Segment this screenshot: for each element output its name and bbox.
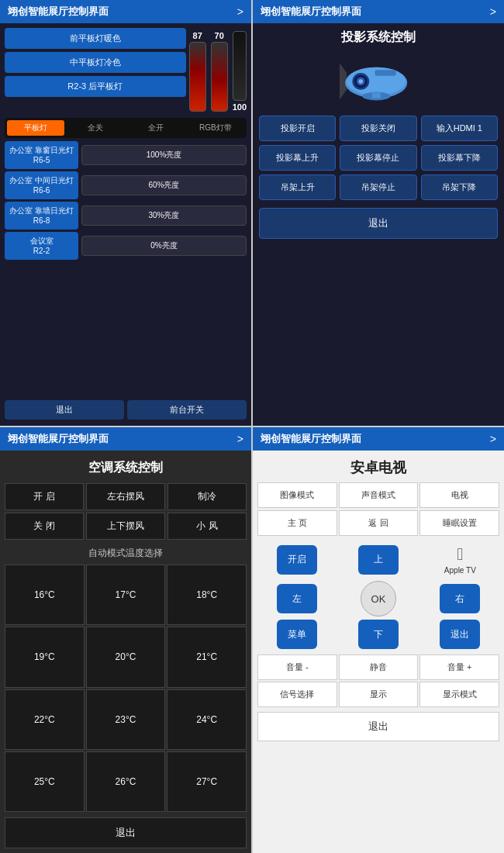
- tv-signal-btn[interactable]: 信号选择: [257, 682, 337, 707]
- ac-title: 空调系统控制: [5, 455, 247, 481]
- ac-exit-btn[interactable]: 退出: [5, 817, 247, 848]
- panel1-front-btn[interactable]: 前台开关: [127, 400, 247, 420]
- slider3-track[interactable]: [233, 31, 247, 101]
- panel3-title-header: 翊创智能展厅控制界面: [8, 432, 109, 446]
- brightness-btn-1[interactable]: 60%亮度: [81, 175, 247, 195]
- tv-menu-btn[interactable]: 菜单: [277, 620, 317, 649]
- apple-tv-label: Apple TV: [444, 566, 476, 575]
- temp-btn-8[interactable]: 24°C: [167, 689, 247, 750]
- brightness-btn-2[interactable]: 30%亮度: [81, 205, 247, 226]
- tv-vol-down-btn[interactable]: 音量 -: [257, 654, 337, 680]
- brightness-section: 办公室 靠窗日光灯R6-5 100%亮度 办公室 中间日光灯R6-6 60%亮度…: [5, 141, 247, 394]
- proj-screen-down-btn[interactable]: 投影幕下降: [421, 145, 498, 171]
- tv-nav-area: 开启 上  Apple TV 左 OK 右 菜单 下 退出: [257, 538, 499, 652]
- temp-btn-2[interactable]: 18°C: [167, 565, 247, 625]
- temp-btn-10[interactable]: 26°C: [86, 751, 166, 812]
- ac-swing-ud-btn[interactable]: 上下摆风: [86, 513, 165, 540]
- slider3: 100: [233, 31, 247, 112]
- panel1-exit-btn[interactable]: 退出: [5, 400, 124, 420]
- tv-bottom-buttons: 音量 - 静音 音量 + 信号选择 显示 显示模式: [257, 654, 499, 707]
- slider1-track[interactable]: [189, 42, 206, 112]
- apple-tv-cell:  Apple TV: [421, 541, 499, 578]
- tv-title: 安卓电视: [257, 455, 499, 480]
- temp-btn-0[interactable]: 16°C: [5, 565, 85, 625]
- temp-btn-9[interactable]: 25°C: [5, 751, 85, 812]
- tv-audio-btn[interactable]: 声音模式: [339, 482, 419, 508]
- tv-left-btn[interactable]: 左: [277, 584, 317, 613]
- brightness-btn-0[interactable]: 100%亮度: [81, 145, 247, 165]
- r23-light-btn[interactable]: R2-3 后平板灯: [5, 76, 186, 97]
- slider1-value: 87: [193, 31, 202, 40]
- temp-btn-5[interactable]: 21°C: [167, 627, 247, 687]
- temp-btn-1[interactable]: 17°C: [86, 565, 166, 625]
- tv-display-mode-btn[interactable]: 显示模式: [419, 682, 499, 707]
- tv-mid-buttons: 主 页 返 回 睡眠设置: [257, 510, 499, 536]
- tv-on-btn[interactable]: 开启: [277, 545, 317, 575]
- temp-btn-4[interactable]: 20°C: [86, 627, 166, 687]
- room-btn-3[interactable]: 会议室R2-2: [5, 232, 78, 260]
- tv-sleep-btn[interactable]: 睡眠设置: [419, 510, 499, 536]
- proj-on-btn[interactable]: 投影开启: [259, 116, 336, 141]
- projector-icon: [340, 54, 417, 108]
- tv-mute-btn[interactable]: 静音: [339, 654, 419, 680]
- tv-exit-nav-btn[interactable]: 退出: [440, 620, 480, 649]
- proj-hanger-down-btn[interactable]: 吊架下降: [421, 174, 498, 200]
- proj-off-btn[interactable]: 投影关闭: [340, 116, 416, 141]
- svg-rect-8: [372, 92, 381, 98]
- panel1-arrow[interactable]: >: [237, 5, 243, 18]
- brightness-btn-3[interactable]: 0%亮度: [81, 236, 247, 256]
- tv-tv-btn[interactable]: 电视: [419, 482, 499, 508]
- ac-swing-lr-btn[interactable]: 左右摆风: [86, 483, 165, 510]
- tv-back-btn[interactable]: 返 回: [339, 510, 419, 536]
- tv-up-btn[interactable]: 上: [358, 545, 399, 575]
- panel4-arrow[interactable]: >: [490, 433, 496, 445]
- tab-rgb[interactable]: RGB灯带: [187, 120, 244, 136]
- slider2-track[interactable]: [211, 42, 228, 112]
- temp-btn-11[interactable]: 27°C: [167, 751, 247, 812]
- temp-btn-3[interactable]: 19°C: [5, 627, 85, 687]
- tab-flat-light[interactable]: 平板灯: [7, 120, 64, 136]
- panel2-arrow[interactable]: >: [490, 5, 496, 18]
- ac-main-buttons: 开 启 左右摆风 制冷 关 闭 上下摆风 小 风: [5, 483, 247, 540]
- tv-home-btn[interactable]: 主 页: [257, 510, 337, 536]
- brightness-row-2: 办公室 靠墙日光灯R6-8 30%亮度: [5, 202, 247, 230]
- proj-exit-btn[interactable]: 退出: [259, 208, 498, 239]
- projector-buttons: 投影开启 投影关闭 输入HDMI 1 投影幕上升 投影幕停止 投影幕下降 吊架上…: [259, 116, 498, 200]
- apple-logo-icon: : [457, 544, 463, 565]
- warm-light-btn[interactable]: 前平板灯暖色: [5, 28, 186, 49]
- ac-on-btn[interactable]: 开 启: [5, 483, 84, 510]
- ac-off-btn[interactable]: 关 闭: [5, 513, 84, 540]
- room-btn-0[interactable]: 办公室 靠窗日光灯R6-5: [5, 141, 78, 169]
- tab-all-on[interactable]: 全开: [127, 120, 185, 136]
- tv-panel: 翊创智能展厅控制界面 > 安卓电视 图像模式 声音模式 电视 主 页 返 回 睡…: [253, 427, 504, 853]
- tv-display-btn[interactable]: 显示: [339, 682, 419, 707]
- panel1-title: 翊创智能展厅控制界面: [8, 5, 109, 19]
- slider1: 87: [189, 31, 206, 112]
- projector-title: 投影系统控制: [341, 29, 416, 46]
- slider2-value: 70: [215, 31, 224, 40]
- ac-cool-btn[interactable]: 制冷: [167, 483, 247, 510]
- tv-image-btn[interactable]: 图像模式: [257, 482, 337, 508]
- ac-low-wind-btn[interactable]: 小 风: [167, 513, 247, 540]
- proj-hanger-stop-btn[interactable]: 吊架停止: [340, 174, 416, 200]
- tv-right-btn[interactable]: 右: [440, 584, 480, 613]
- panel3-arrow[interactable]: >: [237, 433, 243, 445]
- room-btn-2[interactable]: 办公室 靠墙日光灯R6-8: [5, 202, 78, 230]
- tab-all-off[interactable]: 全关: [67, 120, 124, 136]
- ac-auto-title: 自动模式温度选择: [5, 542, 247, 562]
- tv-ok-btn[interactable]: OK: [361, 581, 396, 616]
- tv-exit-btn[interactable]: 退出: [257, 712, 499, 741]
- proj-hdmi-btn[interactable]: 输入HDMI 1: [421, 116, 498, 141]
- brightness-row-0: 办公室 靠窗日光灯R6-5 100%亮度: [5, 141, 247, 169]
- cool-light-btn[interactable]: 中平板灯冷色: [5, 52, 186, 73]
- tv-vol-up-btn[interactable]: 音量 +: [419, 654, 499, 680]
- proj-hanger-up-btn[interactable]: 吊架上升: [259, 174, 336, 200]
- proj-screen-up-btn[interactable]: 投影幕上升: [259, 145, 336, 171]
- room-btn-1[interactable]: 办公室 中间日光灯R6-6: [5, 171, 78, 199]
- tv-down-btn[interactable]: 下: [358, 620, 399, 649]
- panel2-title: 翊创智能展厅控制界面: [261, 5, 361, 19]
- temp-btn-6[interactable]: 22°C: [5, 689, 85, 750]
- proj-screen-stop-btn[interactable]: 投影幕停止: [340, 145, 416, 171]
- lighting-panel: 翊创智能展厅控制界面 > 前平板灯暖色 中平板灯冷色 R2-3 后平板灯 87 …: [0, 0, 251, 426]
- temp-btn-7[interactable]: 23°C: [86, 689, 166, 750]
